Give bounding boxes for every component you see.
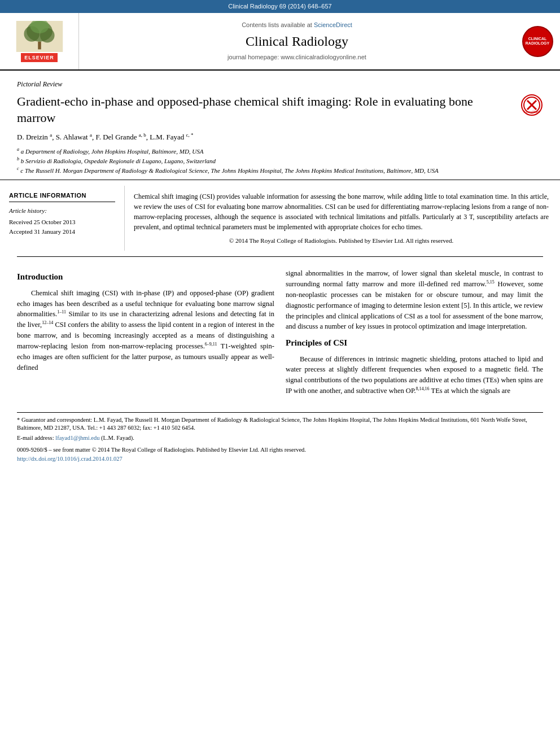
introduction-title: Introduction [17,270,274,283]
article-title: Gradient-echo in-phase and opposed-phase… [17,94,520,126]
article-section-label: Pictorial Review [17,80,543,89]
article-header: Pictorial Review Gradient-echo in-phase … [0,71,560,180]
journal-homepage: journal homepage: www.clinicalradiologyo… [228,53,366,62]
principles-paragraph-1: Because of differences in intrinsic magn… [286,354,543,396]
radiology-logo-circle: CLINICALRADIOLOGY [522,26,553,57]
received-date: Received 25 October 2013 [9,218,115,226]
article-info-title: ARTICLE INFORMATION [9,191,115,202]
intro-paragraph-2: signal abnormalities in the marrow, of l… [286,268,543,332]
article-title-row: Gradient-echo in-phase and opposed-phase… [17,94,543,126]
journal-header: ELSEVIER Contents lists available at Sci… [0,13,560,71]
journal-center: Contents lists available at ScienceDirec… [79,13,515,69]
left-column: Introduction Chemical shift imaging (CSI… [17,268,274,400]
intro-paragraph-1: Chemical shift imaging (CSI) with in-pha… [17,288,274,373]
copyright-notice: © 2014 The Royal College of Radiologists… [134,237,549,245]
svg-rect-1 [38,41,41,49]
crossmark-icon: CrossMark [521,94,542,116]
affiliation-a: a a Department of Radiology, John Hopkin… [17,146,543,156]
top-bar: Clinical Radiology 69 (2014) 648–657 [0,0,560,13]
elsevier-label: ELSEVIER [21,53,58,63]
email-footnote: E-mail address: lfayad1@jhmi.edu (L.M. F… [17,434,543,443]
radiology-logo-area: CLINICALRADIOLOGY [515,13,560,69]
contents-line: Contents lists available at ScienceDirec… [242,21,352,29]
main-content: ARTICLE INFORMATION Article history: Rec… [0,180,560,251]
crossmark-svg: CrossMark [523,96,541,114]
body-columns: Introduction Chemical shift imaging (CSI… [0,263,560,406]
email-link[interactable]: lfayad1@jhmi.edu [55,435,99,441]
svg-text:CrossMark: CrossMark [523,110,540,113]
crossmark-area[interactable]: CrossMark [520,94,543,116]
elsevier-brand: ELSEVIER [14,21,65,63]
elsevier-tree-icon [14,21,65,52]
journal-title: Clinical Radiology [246,32,348,51]
accepted-date: Accepted 31 January 2014 [9,228,115,236]
journal-citation: Clinical Radiology 69 (2014) 648–657 [228,3,331,10]
section-divider [17,256,543,257]
guarantor-footnote: * Guarantor and correspondent: L.M. Faya… [17,416,543,433]
right-column: signal abnormalities in the marrow, of l… [286,268,543,400]
affiliation-c: c c The Russell H. Morgan Department of … [17,165,543,175]
left-panel: ARTICLE INFORMATION Article history: Rec… [0,186,124,251]
sciencedirect-link[interactable]: ScienceDirect [314,21,352,28]
doi-line: http://dx.doi.org/10.1016/j.crad.2014.01… [17,455,543,464]
issn-line: 0009-9260/$ – see front matter © 2014 Th… [17,446,543,455]
authors: D. Dreizin a, S. Ahlawat a, F. Del Grand… [17,132,543,143]
abstract-panel: Chemical shift imaging (CSI) provides va… [124,186,560,251]
footnote-section: * Guarantor and correspondent: L.M. Faya… [17,412,543,443]
abstract-text: Chemical shift imaging (CSI) provides va… [134,191,549,232]
principles-title: Principles of CSI [286,337,543,350]
article-history-label: Article history: [9,207,115,215]
affiliations: a a Department of Radiology, John Hopkin… [17,146,543,175]
bottom-bar: 0009-9260/$ – see front matter © 2014 Th… [17,446,543,464]
affiliation-b: b b Servizio di Radiologia, Ospedale Reg… [17,156,543,165]
doi-link[interactable]: http://dx.doi.org/10.1016/j.crad.2014.01… [17,456,123,462]
elsevier-logo-area: ELSEVIER [0,13,79,69]
